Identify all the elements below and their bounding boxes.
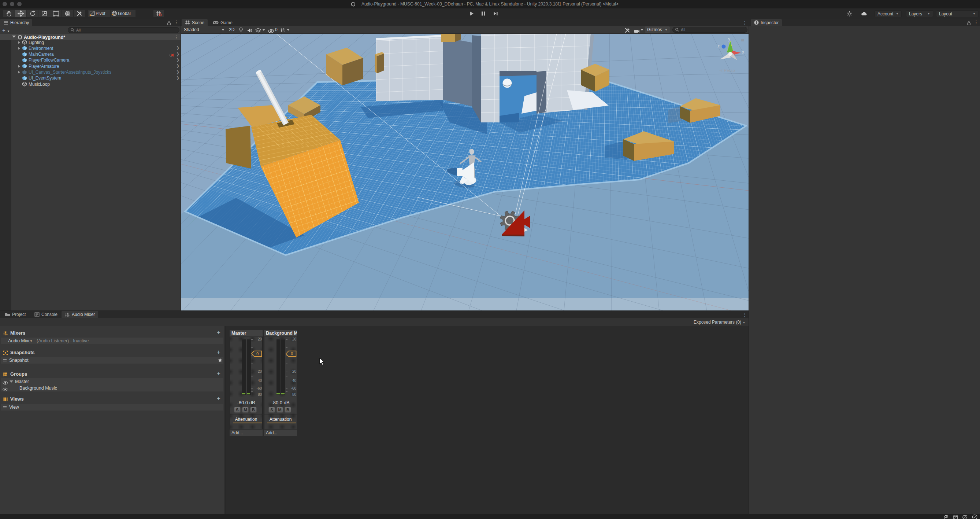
svg-text:y: y	[728, 36, 730, 42]
svg-text:z: z	[718, 44, 720, 49]
svg-text:0: 0	[256, 351, 259, 356]
svg-text:0: 0	[291, 351, 293, 356]
svg-text:x: x	[742, 50, 744, 54]
svg-text:⋖ Persp: ⋖ Persp	[719, 68, 735, 73]
